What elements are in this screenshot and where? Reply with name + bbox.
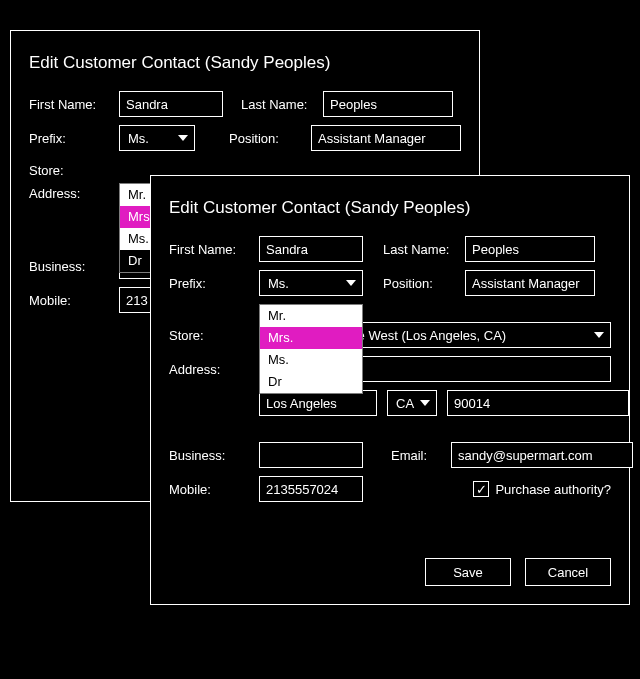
prefix-option-ms[interactable]: Ms.: [260, 349, 362, 371]
last-name-field[interactable]: [465, 236, 595, 262]
business-phone-field[interactable]: [259, 442, 363, 468]
label-last-name: Last Name:: [241, 97, 313, 112]
email-field[interactable]: [451, 442, 633, 468]
label-mobile: Mobile:: [29, 293, 109, 308]
purchase-authority-checkbox[interactable]: ✓ Purchase authority?: [473, 481, 611, 497]
dialog-edit-contact-front: Edit Customer Contact (Sandy Peoples) Fi…: [150, 175, 630, 605]
prefix-combo-value: Ms.: [268, 276, 289, 291]
chevron-down-icon: [178, 135, 188, 141]
label-business: Business:: [169, 448, 249, 463]
label-prefix: Prefix:: [29, 131, 109, 146]
position-field[interactable]: [465, 270, 595, 296]
position-field[interactable]: [311, 125, 461, 151]
label-store: Store:: [29, 163, 109, 178]
label-address: Address:: [169, 362, 249, 377]
chevron-down-icon: [420, 400, 430, 406]
last-name-field[interactable]: [323, 91, 453, 117]
first-name-field[interactable]: [259, 236, 363, 262]
save-button[interactable]: Save: [425, 558, 511, 586]
state-combo[interactable]: CA: [387, 390, 437, 416]
prefix-combo-value: Ms.: [128, 131, 149, 146]
prefix-combo[interactable]: Ms.: [119, 125, 195, 151]
label-mobile: Mobile:: [169, 482, 249, 497]
chevron-down-icon: [346, 280, 356, 286]
label-address: Address:: [29, 186, 109, 201]
checkbox-icon: ✓: [473, 481, 489, 497]
purchase-authority-label: Purchase authority?: [495, 482, 611, 497]
label-first-name: First Name:: [169, 242, 249, 257]
prefix-combo[interactable]: Ms.: [259, 270, 363, 296]
label-email: Email:: [391, 448, 441, 463]
state-combo-value: CA: [396, 396, 414, 411]
label-position: Position:: [383, 276, 455, 291]
cancel-button[interactable]: Cancel: [525, 558, 611, 586]
label-prefix: Prefix:: [169, 276, 249, 291]
label-store: Store:: [169, 328, 249, 343]
dialog-title: Edit Customer Contact (Sandy Peoples): [11, 31, 479, 87]
postal-field[interactable]: [447, 390, 629, 416]
dialog-title: Edit Customer Contact (Sandy Peoples): [151, 176, 629, 232]
label-position: Position:: [229, 131, 301, 146]
prefix-option-dr[interactable]: Dr: [260, 371, 362, 393]
first-name-field[interactable]: [119, 91, 223, 117]
mobile-phone-field[interactable]: [259, 476, 363, 502]
prefix-option-mrs[interactable]: Mrs.: [260, 327, 362, 349]
chevron-down-icon: [594, 332, 604, 338]
label-business: Business:: [29, 259, 109, 274]
prefix-dropdown-list[interactable]: Mr. Mrs. Ms. Dr: [259, 304, 363, 394]
prefix-option-mr[interactable]: Mr.: [260, 305, 362, 327]
label-first-name: First Name:: [29, 97, 109, 112]
label-last-name: Last Name:: [383, 242, 455, 257]
